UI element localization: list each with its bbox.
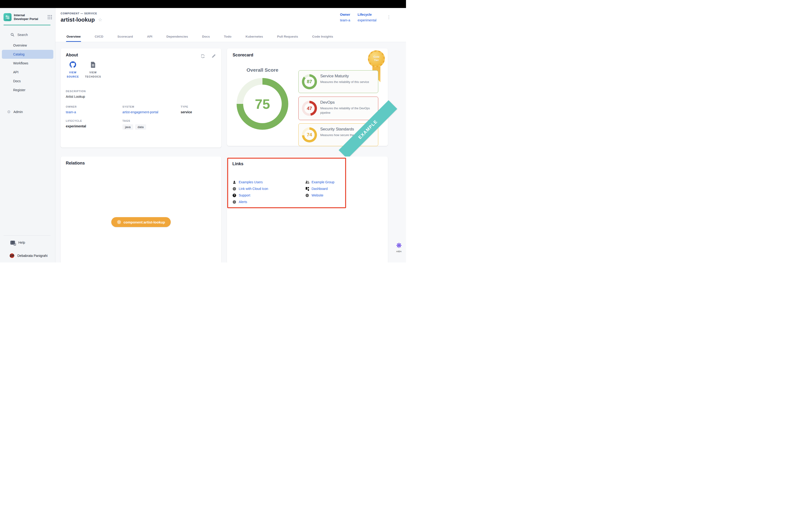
- star-icon[interactable]: ☆: [98, 17, 102, 22]
- sidebar-item-catalog[interactable]: Catalog: [2, 50, 53, 59]
- link-cloud-icon[interactable]: Link with Cloud Icon: [239, 187, 268, 191]
- portal-title: Internal Developer Portal: [14, 13, 40, 21]
- relations-title: Relations: [66, 161, 85, 166]
- lifecycle-label: LIFECYCLE: [66, 119, 86, 122]
- metric-ring: 87: [302, 74, 317, 89]
- avatar: DP: [9, 253, 15, 258]
- user-icon: [232, 180, 236, 184]
- refresh-icon[interactable]: [200, 53, 206, 59]
- sidebar-item-docs[interactable]: Docs: [2, 77, 53, 86]
- links-title: Links: [232, 162, 243, 166]
- sidebar-search[interactable]: Search: [0, 31, 55, 39]
- entity-kind-eyebrow: COMPONENT — SERVICE: [61, 12, 97, 15]
- page-title: artist-lookup: [61, 16, 95, 23]
- sidebar-item-help[interactable]: ? Help: [0, 239, 55, 246]
- kebab-menu-icon[interactable]: ⋮: [385, 14, 393, 21]
- link-item: Link with Cloud Icon: [232, 185, 305, 192]
- overall-score-label: Overall Score: [236, 67, 288, 73]
- tab-api[interactable]: API: [147, 31, 153, 42]
- page-header: COMPONENT — SERVICE artist-lookup ☆ Owne…: [56, 8, 406, 42]
- app-grid-icon[interactable]: [48, 15, 52, 19]
- links-column-2: Example Group Dashboard: [305, 179, 334, 205]
- sidebar-item-register[interactable]: Register: [2, 86, 53, 94]
- sidebar-item-api[interactable]: API: [2, 68, 53, 77]
- sidebar-header: Internal Developer Portal: [3, 13, 52, 21]
- metric-ring: 74: [302, 127, 317, 142]
- overall-score-value: 75: [243, 85, 282, 123]
- tab-docs[interactable]: Docs: [202, 31, 210, 42]
- overall-score: Overall Score 75: [236, 67, 288, 130]
- globe-icon: [232, 200, 236, 204]
- sidebar-user[interactable]: DP Debabrata Panigrahi: [0, 252, 55, 260]
- tab-dependencies[interactable]: Dependencies: [166, 31, 188, 42]
- main-area: COMPONENT — SERVICE artist-lookup ☆ Owne…: [56, 8, 406, 262]
- aida-widget[interactable]: AIDA: [394, 242, 404, 253]
- content-area: About VIEW SOURCE: [56, 42, 406, 262]
- metric-service-maturity[interactable]: 87 Service Maturity Measures the reliabi…: [298, 70, 378, 93]
- globe-icon: [305, 194, 309, 197]
- link-item: Examples Users: [232, 179, 305, 185]
- tag-chip[interactable]: data: [135, 124, 146, 130]
- relation-entity-badge[interactable]: component:artist-lookup: [111, 217, 171, 227]
- type-value: service: [181, 110, 192, 114]
- link-item: ? Support: [232, 192, 305, 198]
- link-item: Alerts: [232, 198, 305, 205]
- app-root: Internal Developer Portal Search Overvie…: [0, 0, 406, 262]
- header-lifecycle[interactable]: Lifecycle experimental: [357, 12, 377, 23]
- header-owner-value[interactable]: team-a: [340, 18, 350, 22]
- dashboard-icon: [305, 187, 309, 190]
- description-value: Artist Lookup: [66, 95, 86, 99]
- tab-bar: Overview CI/CD Scorecard API Dependencie…: [66, 31, 334, 42]
- github-icon: [63, 61, 83, 69]
- search-label: Search: [17, 33, 28, 37]
- relations-card: Relations component:artist-lookup: [61, 156, 221, 262]
- link-support[interactable]: Support: [239, 193, 250, 197]
- about-title: About: [66, 52, 78, 58]
- link-example-group[interactable]: Example Group: [311, 180, 334, 184]
- view-source-action[interactable]: VIEW SOURCE: [63, 61, 83, 79]
- links-card: Links Examples Users: [227, 156, 388, 262]
- tab-scorecard[interactable]: Scorecard: [117, 31, 134, 42]
- link-examples-users[interactable]: Examples Users: [239, 180, 263, 184]
- tab-todo[interactable]: Todo: [224, 31, 232, 42]
- owner-link[interactable]: team-a: [66, 110, 77, 114]
- edit-pencil-icon[interactable]: [211, 53, 217, 59]
- owner-label: OWNER: [66, 105, 77, 108]
- header-lifecycle-value: experimental: [357, 18, 377, 22]
- sidebar-item-admin[interactable]: ⚙ Admin: [0, 108, 55, 116]
- link-alerts[interactable]: Alerts: [239, 200, 247, 204]
- view-techdocs-action[interactable]: VIEW TECHDOCS: [83, 61, 103, 79]
- system-link[interactable]: artist-engagement-portal: [122, 110, 158, 114]
- scorecard-card: Scorecard Gold Tier Overall Score 75: [227, 48, 388, 146]
- system-label: SYSTEM: [122, 105, 158, 108]
- sidebar-item-overview[interactable]: Overview: [2, 41, 53, 50]
- globe-icon: [232, 187, 236, 191]
- user-name: Debabrata Panigrahi: [17, 254, 47, 258]
- metric-devops[interactable]: 47 DevOps Measures the reliability of th…: [298, 96, 378, 120]
- metric-ring: 47: [302, 101, 317, 116]
- type-label: TYPE: [181, 105, 192, 108]
- tab-code-insights[interactable]: Code Insights: [311, 31, 333, 42]
- sidebar-divider: [3, 25, 50, 25]
- aida-label: AIDA: [394, 250, 404, 253]
- portal-logo-icon: [3, 13, 12, 21]
- tab-overview[interactable]: Overview: [66, 31, 81, 42]
- help-circle-icon: ?: [232, 194, 236, 197]
- tab-cicd[interactable]: CI/CD: [94, 31, 104, 42]
- tag-chip[interactable]: java: [122, 124, 133, 130]
- sidebar-nav: Overview Catalog Workflows API Docs Regi…: [2, 41, 53, 94]
- link-item: Website: [305, 192, 334, 198]
- link-item: Example Group: [305, 179, 334, 185]
- tab-kubernetes[interactable]: Kubernetes: [245, 31, 263, 42]
- link-website[interactable]: Website: [311, 193, 323, 197]
- link-dashboard[interactable]: Dashboard: [311, 187, 328, 191]
- overall-score-ring: 75: [236, 78, 288, 130]
- description-label: DESCRIPTION: [66, 90, 86, 93]
- sidebar-item-workflows[interactable]: Workflows: [2, 59, 53, 68]
- header-owner[interactable]: Owner team-a: [340, 12, 350, 23]
- gold-badge-medal: Gold Tier: [369, 51, 384, 66]
- lifecycle-value: experimental: [66, 124, 86, 128]
- about-card: About VIEW SOURCE: [61, 48, 221, 148]
- gear-icon: ⚙: [7, 109, 11, 115]
- tab-pull-requests[interactable]: Pull Requests: [277, 31, 298, 42]
